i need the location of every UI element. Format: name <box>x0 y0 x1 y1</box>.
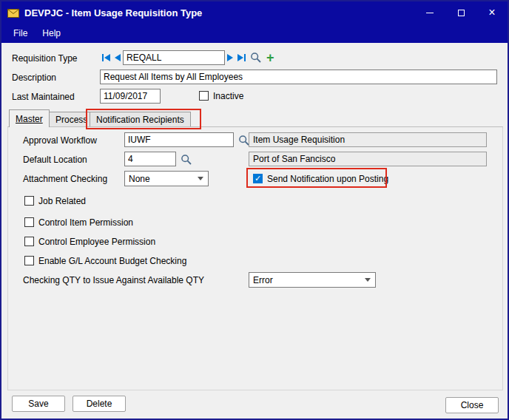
description-label: Description <box>12 72 56 83</box>
job-related-checkbox-label: Job Related <box>38 196 86 206</box>
last-maintained-label: Last Maintained <box>12 92 75 102</box>
search-icon <box>250 52 262 64</box>
last-record-icon <box>244 54 246 61</box>
menu-file[interactable]: File <box>6 26 35 41</box>
title-bar: DEVPJC - Item Usage Requisition Type × <box>1 1 508 24</box>
default-location-description: Port of San Fancisco <box>249 152 487 166</box>
save-button[interactable]: Save <box>12 396 65 412</box>
control-employee-permission-checkbox-box <box>24 237 34 246</box>
record-navigator: + <box>100 50 277 66</box>
minimize-button[interactable] <box>414 1 445 24</box>
last-record-arrow-icon <box>237 54 243 61</box>
send-notification-checkbox-box <box>253 174 263 183</box>
menu-help[interactable]: Help <box>35 26 68 41</box>
last-maintained-input[interactable] <box>100 89 161 104</box>
tab-notification-recipients[interactable]: Notification Recipients <box>90 112 191 126</box>
form-body: Requisition Type + <box>1 43 508 419</box>
approval-workflow-label: Approval Workflow <box>23 135 97 146</box>
approval-workflow-input[interactable] <box>124 132 234 147</box>
tab-master-label: Master <box>16 114 43 124</box>
minimize-icon <box>426 13 434 13</box>
attachment-checking-dropdown[interactable]: None <box>124 171 209 186</box>
next-record-arrow-icon <box>227 54 233 61</box>
requisition-type-finder-button[interactable] <box>248 50 264 65</box>
plus-icon: + <box>266 51 274 64</box>
default-location-label: Default Location <box>23 155 87 165</box>
qty-check-label: Checking QTY to Issue Against Available … <box>23 275 204 285</box>
new-record-button[interactable]: + <box>264 50 277 65</box>
first-record-icon <box>102 54 104 61</box>
default-location-input[interactable] <box>124 152 176 166</box>
close-icon: × <box>488 7 495 18</box>
previous-record-button[interactable] <box>112 50 123 65</box>
gl-budget-checking-checkbox[interactable]: Enable G/L Account Budget Checking <box>24 255 186 266</box>
approval-workflow-description: Item Usage Requisition <box>249 132 487 147</box>
last-record-button[interactable] <box>235 50 248 65</box>
control-employee-permission-checkbox-label: Control Employee Permission <box>38 237 155 247</box>
close-button[interactable]: × <box>476 1 508 24</box>
previous-record-arrow-icon <box>115 54 121 61</box>
close-button-footer[interactable]: Close <box>445 397 499 413</box>
inactive-checkbox-label: Inactive <box>213 91 243 101</box>
maximize-icon <box>458 10 465 16</box>
job-related-checkbox[interactable]: Job Related <box>24 195 86 206</box>
qty-check-value: Error <box>253 275 273 285</box>
tab-page-master: Approval Workflow Item Usage Requisition… <box>7 126 503 390</box>
default-location-finder-button[interactable] <box>178 152 195 167</box>
tab-notification-recipients-label: Notification Recipients <box>96 115 184 125</box>
control-employee-permission-checkbox[interactable]: Control Employee Permission <box>24 236 155 247</box>
first-record-arrow-icon <box>104 54 110 61</box>
send-notification-checkbox-label: Send Notification upon Posting <box>267 174 388 184</box>
gl-budget-checking-checkbox-label: Enable G/L Account Budget Checking <box>38 256 186 266</box>
attachment-checking-value: None <box>129 174 150 184</box>
job-related-checkbox-box <box>24 196 34 206</box>
maximize-button[interactable] <box>445 1 476 24</box>
control-item-permission-checkbox-label: Control Item Permission <box>38 217 133 228</box>
caption-buttons: × <box>414 1 508 24</box>
description-input[interactable] <box>100 70 497 84</box>
control-item-permission-checkbox[interactable]: Control Item Permission <box>24 217 133 228</box>
chevron-down-icon <box>198 177 203 180</box>
inactive-checkbox[interactable]: Inactive <box>199 90 243 101</box>
chevron-down-icon <box>365 278 371 282</box>
first-record-button[interactable] <box>100 50 112 65</box>
requisition-type-input[interactable] <box>123 50 225 65</box>
tab-process-label: Process <box>55 115 87 125</box>
menu-bar: File Help <box>1 24 508 43</box>
qty-check-dropdown[interactable]: Error <box>249 272 376 288</box>
search-icon <box>181 154 192 166</box>
app-window: DEVPJC - Item Usage Requisition Type × F… <box>0 0 509 420</box>
tab-process[interactable]: Process <box>49 112 94 126</box>
gl-budget-checking-checkbox-box <box>24 256 34 265</box>
control-item-permission-checkbox-box <box>24 217 34 227</box>
inactive-checkbox-box <box>199 91 209 101</box>
app-icon <box>7 8 19 18</box>
delete-button[interactable]: Delete <box>73 396 126 412</box>
next-record-button[interactable] <box>225 50 235 65</box>
window-title: DEVPJC - Item Usage Requisition Type <box>24 7 202 18</box>
requisition-type-label: Requisition Type <box>12 53 78 64</box>
attachment-checking-label: Attachment Checking <box>23 174 107 184</box>
send-notification-checkbox[interactable]: Send Notification upon Posting <box>253 173 388 184</box>
tab-master[interactable]: Master <box>9 109 50 127</box>
